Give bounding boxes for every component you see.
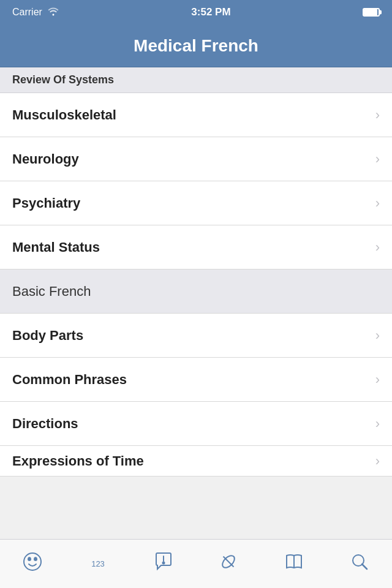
chevron-icon: ›	[375, 107, 380, 123]
battery-icon	[363, 8, 380, 17]
tab-bar: 123	[0, 539, 392, 588]
tab-search[interactable]	[326, 551, 392, 577]
list-item-label: Common Phrases	[12, 372, 127, 388]
numbers-label: 123	[91, 559, 105, 568]
list-container: Review Of Systems Musculoskeletal › Neur…	[0, 67, 392, 477]
chevron-icon: ›	[375, 372, 380, 388]
chevron-icon: ›	[375, 453, 380, 469]
list-item-label: Neurology	[12, 151, 79, 167]
svg-point-2	[34, 558, 37, 560]
list-item-label: Mental Status	[12, 239, 100, 255]
svg-point-1	[28, 558, 31, 560]
list-item-common-phrases[interactable]: Common Phrases ›	[0, 358, 392, 402]
list-item-label: Directions	[12, 416, 78, 432]
search-icon	[349, 551, 371, 577]
svg-line-9	[362, 564, 367, 569]
time-label: 3:52 PM	[191, 6, 230, 18]
section-header-review-of-systems: Review Of Systems	[0, 67, 392, 93]
list-item-label: Psychiatry	[12, 195, 80, 211]
tab-numbers[interactable]: 123	[66, 559, 131, 568]
list-item-psychiatry[interactable]: Psychiatry ›	[0, 181, 392, 225]
list-item-body-parts[interactable]: Body Parts ›	[0, 314, 392, 358]
list-item-label: Musculoskeletal	[12, 107, 116, 123]
navigation-bar: Medical French	[0, 24, 392, 67]
chevron-icon: ›	[375, 151, 380, 167]
list-item-expressions-of-time[interactable]: Expressions of Time ›	[0, 446, 392, 477]
tab-book[interactable]	[262, 551, 327, 577]
chevron-icon: ›	[375, 328, 380, 344]
book-icon	[283, 551, 305, 577]
tab-chat[interactable]	[130, 551, 196, 577]
carrier-label: Carrier	[12, 7, 42, 18]
section-header-basic-french: Basic French	[0, 270, 392, 314]
pill-icon	[217, 551, 239, 577]
svg-line-6	[224, 557, 234, 567]
list-item-musculoskeletal[interactable]: Musculoskeletal ›	[0, 93, 392, 137]
list-item-label: Body Parts	[12, 328, 83, 344]
list-item-mental-status[interactable]: Mental Status ›	[0, 225, 392, 270]
svg-point-4	[162, 562, 164, 564]
svg-point-0	[24, 553, 41, 570]
chevron-icon: ›	[375, 416, 380, 432]
page-title: Medical French	[134, 36, 258, 56]
tab-face[interactable]	[0, 551, 66, 577]
face-icon	[21, 551, 43, 577]
list-item-label: Expressions of Time	[12, 453, 144, 469]
list-item-directions[interactable]: Directions ›	[0, 402, 392, 446]
wifi-icon	[47, 6, 59, 18]
chat-icon	[153, 551, 175, 577]
list-item-neurology[interactable]: Neurology ›	[0, 137, 392, 181]
chevron-icon: ›	[375, 195, 380, 211]
chevron-icon: ›	[375, 239, 380, 255]
status-bar: Carrier 3:52 PM	[0, 0, 392, 24]
tab-pill[interactable]	[196, 551, 262, 577]
list-item-label: Basic French	[12, 284, 91, 300]
